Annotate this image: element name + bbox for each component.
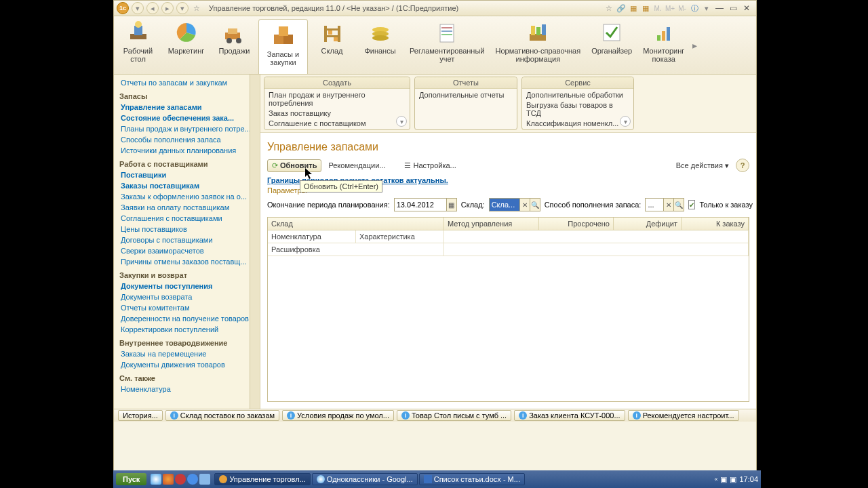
- col-toorder[interactable]: К заказу: [682, 218, 749, 230]
- sidebar-scrollbar[interactable]: [250, 75, 260, 409]
- create-item-3[interactable]: Соглашение с поставщиком: [269, 119, 406, 128]
- rib-monitoring[interactable]: Мониторингпоказа: [637, 16, 690, 74]
- ql-ie-icon[interactable]: [187, 474, 198, 485]
- nav-back-button[interactable]: ◂: [146, 2, 159, 14]
- side-cancel-reasons[interactable]: Причины отмены заказов поставщ...: [114, 256, 260, 267]
- sb-tab-3[interactable]: iТовар Стол письм с тумб ...: [397, 410, 511, 421]
- sb-tab-1[interactable]: iСклад поставок по заказам: [165, 410, 279, 421]
- settings-button[interactable]: ☰Настройка...: [400, 160, 460, 171]
- rib-reference[interactable]: Нормативно-справочнаяинформация: [490, 16, 587, 74]
- replenish-lookup-icon[interactable]: 🔍: [673, 198, 684, 211]
- service-item-2[interactable]: Выгрузка базы товаров в ТСД: [526, 100, 629, 118]
- sb-history[interactable]: История...: [118, 410, 163, 421]
- create-item-2[interactable]: Заказ поставщику: [269, 108, 406, 118]
- tb-word[interactable]: Список статьи.docx - M...: [419, 473, 525, 485]
- star-icon[interactable]: ☆: [604, 3, 614, 13]
- side-stock-mgmt[interactable]: Управление запасами: [114, 102, 260, 113]
- info-icon[interactable]: ⓘ: [690, 3, 699, 13]
- side-transfer-orders[interactable]: Заказы на перемещение: [114, 348, 260, 359]
- reports-item-1[interactable]: Дополнительные отчеты: [419, 90, 513, 100]
- sb-tab-4[interactable]: iЗаказ клиента КСУТ-000...: [514, 410, 625, 421]
- tb-app[interactable]: Управление торговл...: [214, 473, 310, 485]
- tray-icon-1[interactable]: ▣: [720, 475, 727, 484]
- rib-finance[interactable]: Финансы: [356, 16, 404, 74]
- ql-chrome-icon[interactable]: [151, 474, 161, 485]
- col-nomenclature[interactable]: Номенклатура: [268, 230, 356, 243]
- tray-clock[interactable]: 17:04: [739, 475, 758, 483]
- side-reconciliation[interactable]: Сверки взаиморасчетов: [114, 245, 260, 256]
- replenish-input[interactable]: ...: [645, 198, 664, 211]
- service-item-1[interactable]: Дополнительные обработки: [526, 90, 629, 100]
- side-reports[interactable]: Отчеты по запасам и закупкам: [114, 75, 260, 88]
- side-payment-requests[interactable]: Заявки на оплату поставщикам: [114, 202, 260, 213]
- minimize-button[interactable]: —: [713, 3, 726, 13]
- refresh-button[interactable]: ⟳ Обновить: [267, 159, 321, 172]
- side-commission-reports[interactable]: Отчеты комитентам: [114, 302, 260, 313]
- rib-sales[interactable]: Продажи: [210, 16, 258, 74]
- close-button[interactable]: ✕: [741, 3, 753, 13]
- sb-tab-2[interactable]: iУсловия продаж по умол...: [282, 410, 394, 421]
- side-return-docs[interactable]: Документы возврата: [114, 291, 260, 302]
- side-contracts[interactable]: Договоры с поставщиками: [114, 235, 260, 245]
- rib-regulated[interactable]: Регламентированныйучет: [404, 16, 490, 74]
- replenish-clear-icon[interactable]: ✕: [663, 198, 674, 211]
- ql-desktop-icon[interactable]: [199, 474, 210, 485]
- dropdown-icon[interactable]: ▾: [702, 3, 711, 13]
- m-icon[interactable]: M.: [653, 3, 663, 13]
- nav-down-button[interactable]: ▾: [132, 2, 144, 14]
- side-agreements[interactable]: Соглашения с поставщиками: [114, 213, 260, 224]
- rib-desktop[interactable]: Рабочийстол: [114, 16, 162, 74]
- side-proxies[interactable]: Доверенности на получение товаров: [114, 313, 260, 324]
- tray-expand-icon[interactable]: «: [714, 476, 717, 483]
- side-supplier-prices[interactable]: Цены поставщиков: [114, 224, 260, 235]
- mminus-icon[interactable]: M-: [677, 3, 687, 13]
- warehouse-clear-icon[interactable]: ✕: [519, 198, 530, 211]
- create-item-1[interactable]: План продаж и внутреннего потребления: [269, 90, 406, 108]
- col-deficit[interactable]: Дефицит: [614, 218, 682, 230]
- ql-firefox-icon[interactable]: [163, 474, 174, 485]
- all-actions-button[interactable]: Все действия ▾: [672, 160, 733, 171]
- side-supply-state[interactable]: Состояние обеспечения зака...: [114, 113, 260, 123]
- side-nomenclature[interactable]: Номенклатура: [114, 384, 260, 394]
- date-picker-icon[interactable]: ▦: [446, 198, 457, 211]
- side-receipt-docs[interactable]: Документы поступления: [114, 281, 260, 291]
- sb-tab-5[interactable]: iРекомендуется настроит...: [628, 410, 739, 421]
- only-to-order-checkbox[interactable]: ✔: [688, 200, 695, 209]
- rib-marketing[interactable]: Маркетинг: [162, 16, 210, 74]
- col-method[interactable]: Метод управления: [444, 218, 539, 230]
- col-warehouse[interactable]: Склад: [268, 218, 444, 230]
- col-overdue[interactable]: Просрочено: [539, 218, 614, 230]
- tray-icon-2[interactable]: ▣: [730, 475, 736, 484]
- col-characteristic[interactable]: Характеристика: [356, 230, 444, 243]
- side-supplier-orders[interactable]: Заказы поставщикам: [114, 180, 260, 191]
- date-input[interactable]: 13.04.2012: [394, 198, 447, 211]
- service-more-icon[interactable]: ▾: [620, 116, 631, 127]
- side-receipt-corrections[interactable]: Корректировки поступлений: [114, 324, 260, 335]
- rib-organizer[interactable]: Органайзер: [586, 16, 637, 74]
- ql-opera-icon[interactable]: [175, 474, 186, 485]
- rib-stocks[interactable]: Запасы изакупки: [258, 19, 308, 74]
- link-icon[interactable]: 🔗: [616, 3, 626, 13]
- col-decode[interactable]: Расшифровка: [268, 243, 444, 256]
- tb-browser[interactable]: Одноклассники - Googl...: [312, 473, 418, 485]
- mplus-icon[interactable]: M+: [665, 3, 675, 13]
- side-sales-plans[interactable]: Планы продаж и внутреннего потре...: [114, 123, 260, 134]
- start-button[interactable]: Пуск: [116, 473, 146, 485]
- side-suppliers[interactable]: Поставщики: [114, 169, 260, 180]
- warehouse-input[interactable]: Скла...: [489, 198, 520, 211]
- warehouse-lookup-icon[interactable]: 🔍: [530, 198, 540, 211]
- rib-warehouse[interactable]: Склад: [308, 16, 356, 74]
- side-movement-docs[interactable]: Документы движения товаров: [114, 359, 260, 370]
- nav-dropdown-button[interactable]: ▾: [176, 2, 189, 14]
- favorite-icon[interactable]: ☆: [191, 3, 202, 14]
- help-button[interactable]: ?: [736, 159, 749, 172]
- maximize-button[interactable]: ▭: [727, 3, 739, 13]
- calc-icon[interactable]: ▦: [629, 3, 638, 13]
- ribbon-scroll-right[interactable]: ▸: [690, 16, 699, 74]
- side-plan-sources[interactable]: Источники данных планирования: [114, 145, 260, 156]
- cal-icon[interactable]: ▦: [641, 3, 650, 13]
- service-item-3[interactable]: Классификация номенкл...: [526, 119, 629, 128]
- create-more-icon[interactable]: ▾: [396, 116, 407, 127]
- recommendations-button[interactable]: Рекомендации...: [324, 160, 389, 171]
- side-replenish[interactable]: Способы пополнения запаса: [114, 134, 260, 145]
